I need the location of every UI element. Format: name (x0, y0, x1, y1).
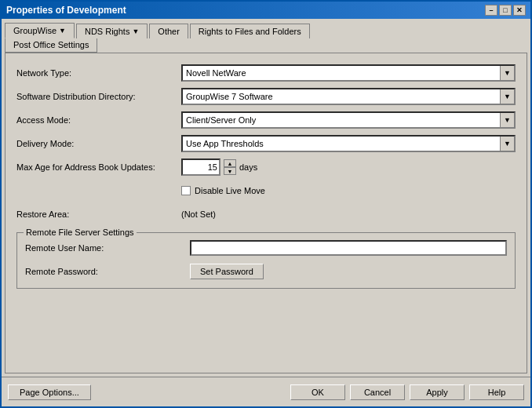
max-age-spinner-buttons: ▲ ▼ (224, 159, 236, 175)
close-button[interactable]: ✕ (513, 5, 526, 16)
network-type-dropdown-btn[interactable]: ▼ (500, 66, 514, 80)
delivery-mode-dropdown-btn[interactable]: ▼ (500, 137, 514, 151)
access-mode-label: Access Mode: (16, 115, 181, 125)
delivery-mode-label: Delivery Mode: (16, 139, 181, 148)
tab-rights-files-folders-label: Rights to Files and Folders (199, 27, 301, 36)
disable-live-move-checkbox-row: Disable Live Move (181, 186, 516, 195)
delivery-mode-control: Use App Thresholds ▼ (181, 135, 516, 152)
tabs-row-2: Post Office Settings (2, 38, 530, 53)
remote-password-label: Remote Password: (25, 267, 190, 276)
max-age-spinner-wrapper: ▲ ▼ days (181, 158, 516, 176)
software-dist-select[interactable]: GroupWise 7 Software ▼ (181, 88, 516, 105)
delivery-mode-select[interactable]: Use App Thresholds ▼ (181, 135, 516, 152)
tab-groupwise-label: GroupWise (13, 26, 56, 35)
remote-user-control (190, 240, 507, 256)
minimize-button[interactable]: – (485, 5, 497, 16)
tab-groupwise-dropdown-icon: ▼ (59, 27, 66, 35)
tab-post-office-settings[interactable]: Post Office Settings (5, 38, 97, 53)
remote-user-input[interactable] (190, 240, 507, 256)
software-dist-label: Software Distribution Directory: (16, 92, 181, 101)
disable-live-move-control: Disable Live Move (181, 186, 516, 195)
remote-password-control: Set Password (190, 264, 507, 279)
window-title: Properties of Development (6, 5, 126, 16)
access-mode-value: Client/Server Only (186, 115, 256, 125)
remote-file-server-group: Remote File Server Settings Remote User … (16, 232, 516, 289)
group-box-legend: Remote File Server Settings (24, 228, 137, 237)
network-type-row: Network Type: Novell NetWare ▼ (16, 64, 516, 82)
delivery-mode-value: Use App Thresholds (186, 139, 264, 148)
main-window: Properties of Development – □ ✕ GroupWis… (0, 0, 532, 408)
access-mode-control: Client/Server Only ▼ (181, 111, 516, 129)
max-age-row: Max Age for Address Book Updates: ▲ ▼ da… (16, 158, 516, 176)
max-age-decrement-btn[interactable]: ▼ (224, 167, 236, 175)
disable-live-move-label: Disable Live Move (195, 186, 265, 195)
max-age-unit: days (239, 162, 257, 172)
restore-area-value: (Not Set) (181, 209, 516, 219)
disable-live-move-checkbox[interactable] (181, 186, 191, 195)
tab-nds-rights[interactable]: NDS Rights ▼ (76, 24, 148, 38)
network-type-value: Novell NetWare (186, 68, 246, 78)
max-age-input[interactable] (181, 158, 220, 176)
cancel-button[interactable]: Cancel (350, 384, 405, 400)
software-dist-row: Software Distribution Directory: GroupWi… (16, 88, 516, 105)
max-age-control: ▲ ▼ days (181, 158, 516, 176)
network-type-control: Novell NetWare ▼ (181, 64, 516, 82)
restore-area-label: Restore Area: (16, 209, 181, 219)
ok-button[interactable]: OK (290, 384, 345, 400)
tab-rights-files-folders[interactable]: Rights to Files and Folders (190, 24, 310, 38)
network-type-select[interactable]: Novell NetWare ▼ (181, 64, 516, 82)
help-button[interactable]: Help (469, 384, 524, 400)
access-mode-row: Access Mode: Client/Server Only ▼ (16, 111, 516, 129)
software-dist-control: GroupWise 7 Software ▼ (181, 88, 516, 105)
page-options-button[interactable]: Page Options... (8, 384, 91, 400)
tab-nds-rights-label: NDS Rights (85, 27, 129, 36)
max-age-increment-btn[interactable]: ▲ (224, 159, 236, 167)
remote-password-row: Remote Password: Set Password (25, 263, 507, 280)
set-password-button[interactable]: Set Password (190, 264, 264, 279)
tab-other[interactable]: Other (149, 24, 188, 38)
remote-user-label: Remote User Name: (25, 243, 190, 253)
disable-live-move-row: Disable Live Move (16, 182, 516, 199)
access-mode-select[interactable]: Client/Server Only ▼ (181, 111, 516, 129)
tab-groupwise[interactable]: GroupWise ▼ (5, 23, 75, 38)
software-dist-value: GroupWise 7 Software (186, 92, 273, 101)
tabs-row-1: GroupWise ▼ NDS Rights ▼ Other Rights to… (2, 19, 530, 38)
delivery-mode-row: Delivery Mode: Use App Thresholds ▼ (16, 135, 516, 152)
maximize-button[interactable]: □ (499, 5, 512, 16)
tab-other-label: Other (158, 27, 180, 36)
tab-post-office-settings-label: Post Office Settings (13, 40, 89, 49)
remote-user-row: Remote User Name: (25, 239, 507, 257)
content-area: Network Type: Novell NetWare ▼ Software … (5, 53, 527, 373)
title-bar: Properties of Development – □ ✕ (2, 2, 530, 19)
tab-nds-rights-dropdown-icon: ▼ (132, 27, 139, 35)
restore-area-row: Restore Area: (Not Set) (16, 206, 516, 223)
bottom-right-buttons: OK Cancel Apply Help (290, 384, 524, 400)
network-type-label: Network Type: (16, 68, 181, 78)
bottom-bar: Page Options... OK Cancel Apply Help (2, 377, 530, 406)
restore-area-display: (Not Set) (181, 209, 216, 219)
access-mode-dropdown-btn[interactable]: ▼ (500, 113, 514, 127)
apply-button[interactable]: Apply (410, 384, 465, 400)
title-bar-buttons: – □ ✕ (485, 5, 526, 16)
software-dist-dropdown-btn[interactable]: ▼ (500, 89, 514, 104)
max-age-label: Max Age for Address Book Updates: (16, 162, 181, 172)
